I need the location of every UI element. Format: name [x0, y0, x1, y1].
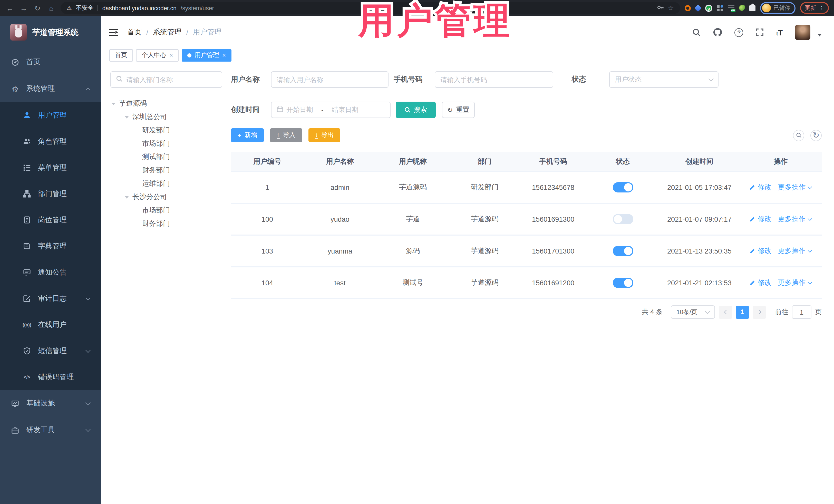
tree-node[interactable]: 深圳总公司: [110, 110, 222, 124]
extension-orange-icon[interactable]: [685, 5, 691, 11]
sidebar-item-dept-mgmt[interactable]: 部门管理: [0, 181, 101, 207]
address-bar[interactable]: ⚠ 不安全 dashboard.yudao.iocoder.cn /system…: [61, 2, 680, 14]
export-button[interactable]: ↓ 导出: [308, 128, 341, 142]
prev-page-button[interactable]: [719, 306, 732, 319]
security-label[interactable]: 不安全: [76, 4, 94, 12]
avatar-caret-icon[interactable]: [817, 34, 822, 36]
extension-gem-icon[interactable]: [695, 4, 702, 12]
status-toggle[interactable]: [613, 278, 633, 288]
sidebar-item-system[interactable]: ⚙ 系统管理: [0, 75, 101, 102]
sidebar-logo[interactable]: 芋道管理系统: [0, 16, 101, 49]
breadcrumb-home[interactable]: 首页: [127, 28, 142, 37]
page-1-button[interactable]: 1: [736, 306, 749, 319]
sidebar-item-sms-mgmt[interactable]: 短信管理: [0, 338, 101, 364]
sidebar-item-menu-mgmt[interactable]: 菜单管理: [0, 154, 101, 181]
sidebar-item-user-mgmt[interactable]: 用户管理: [0, 102, 101, 128]
modify-link[interactable]: 修改: [750, 215, 772, 224]
dept-search-box[interactable]: [110, 71, 222, 88]
more-actions-link[interactable]: 更多操作: [778, 183, 812, 192]
tree-node[interactable]: 市场部门: [110, 137, 222, 150]
sidebar-item-dict-mgmt[interactable]: 字典管理: [0, 233, 101, 259]
status-toggle[interactable]: [613, 246, 633, 256]
search-icon[interactable]: [693, 28, 701, 37]
date-start-placeholder[interactable]: 开始日期: [286, 105, 313, 114]
tree-node[interactable]: 市场部门: [110, 204, 222, 217]
fullscreen-icon[interactable]: [756, 28, 764, 37]
mobile-input[interactable]: [440, 76, 548, 83]
extension-leaf-icon[interactable]: [739, 5, 745, 11]
password-key-icon[interactable]: [657, 3, 664, 13]
extension-grid-icon[interactable]: [717, 5, 723, 11]
add-button[interactable]: + 新增: [231, 128, 264, 142]
collapse-sidebar-icon[interactable]: [109, 29, 118, 36]
url-path[interactable]: /system/user: [181, 5, 214, 11]
tab-user-mgmt[interactable]: 用户管理: [182, 49, 232, 61]
more-actions-link[interactable]: 更多操作: [778, 278, 812, 287]
extension-green-icon[interactable]: y: [705, 4, 712, 12]
tab-profile[interactable]: 个人中心: [136, 49, 179, 61]
goto-page-input[interactable]: [792, 305, 811, 319]
extensions-puzzle-icon[interactable]: [749, 5, 755, 11]
sidebar-item-online-users[interactable]: ((a)) 在线用户: [0, 311, 101, 338]
help-icon[interactable]: ?: [735, 28, 743, 37]
back-icon[interactable]: ←: [5, 4, 14, 12]
breadcrumb-current: 用户管理: [193, 28, 222, 37]
modify-link[interactable]: 修改: [750, 278, 772, 287]
more-actions-link[interactable]: 更多操作: [778, 215, 812, 224]
github-icon[interactable]: [713, 28, 722, 37]
toggle-search-icon[interactable]: [793, 130, 804, 141]
reset-button[interactable]: ↻ 重置: [442, 102, 475, 118]
more-actions-link[interactable]: 更多操作: [778, 246, 812, 256]
sidebar-item-error-code[interactable]: </> 错误码管理: [0, 364, 101, 390]
font-size-icon[interactable]: tT: [776, 28, 783, 36]
status-toggle[interactable]: [613, 182, 633, 193]
next-page-button[interactable]: [753, 306, 766, 319]
tree-node[interactable]: 运维部门: [110, 177, 222, 191]
reload-icon[interactable]: ↻: [33, 4, 42, 12]
sidebar-item-infrastructure[interactable]: 基础设施: [0, 390, 101, 417]
caret-down-icon[interactable]: [125, 196, 129, 198]
tree-node[interactable]: 芋道源码: [110, 97, 222, 110]
sidebar-item-audit-log[interactable]: 审计日志: [0, 285, 101, 311]
sidebar-item-role-mgmt[interactable]: 角色管理: [0, 128, 101, 154]
sidebar-item-home[interactable]: 首页: [0, 49, 101, 75]
tree-node[interactable]: 长沙分公司: [110, 191, 222, 204]
tab-home[interactable]: 首页: [109, 49, 133, 61]
tree-node[interactable]: 财务部门: [110, 217, 222, 231]
browser-profile-button[interactable]: 已暂停: [760, 2, 795, 14]
dept-search-input[interactable]: [126, 76, 217, 83]
date-end-placeholder[interactable]: 结束日期: [332, 105, 358, 114]
menu-list-icon: [23, 164, 31, 171]
tree-node[interactable]: 测试部门: [110, 150, 222, 164]
modify-link[interactable]: 修改: [750, 246, 772, 256]
extension-list-icon[interactable]: on: [728, 5, 734, 11]
mobile-field[interactable]: [435, 71, 553, 88]
refresh-table-icon[interactable]: ↻: [810, 130, 822, 141]
user-avatar[interactable]: [795, 25, 810, 40]
forward-icon[interactable]: →: [19, 4, 28, 12]
sidebar-item-dev-tools[interactable]: 研发工具: [0, 417, 101, 443]
page-size-select[interactable]: 10条/页: [671, 305, 715, 319]
status-toggle[interactable]: [613, 214, 633, 224]
status-select[interactable]: 用户状态: [609, 71, 719, 88]
bookmark-star-icon[interactable]: ☆: [668, 4, 674, 12]
home-icon[interactable]: ⌂: [47, 4, 56, 12]
breadcrumb-section[interactable]: 系统管理: [153, 28, 182, 37]
caret-down-icon[interactable]: [125, 116, 129, 118]
sidebar-item-post-mgmt[interactable]: 岗位管理: [0, 207, 101, 233]
username-input[interactable]: [277, 76, 383, 83]
import-button[interactable]: ↑ 导入: [270, 128, 302, 142]
sidebar-item-notice[interactable]: 通知公告: [0, 259, 101, 285]
caret-down-icon[interactable]: [111, 103, 115, 105]
date-range-field[interactable]: 开始日期 - 结束日期: [271, 102, 391, 118]
tree-node[interactable]: 财务部门: [110, 164, 222, 177]
url-host[interactable]: dashboard.yudao.iocoder.cn: [103, 5, 177, 11]
username-field[interactable]: [271, 71, 389, 88]
more-actions-label: 更多操作: [778, 246, 806, 256]
search-button[interactable]: 搜索: [396, 102, 436, 118]
close-icon[interactable]: [169, 51, 173, 59]
close-icon[interactable]: [222, 51, 226, 59]
tree-node[interactable]: 研发部门: [110, 124, 222, 137]
modify-link[interactable]: 修改: [750, 183, 772, 192]
browser-update-menu-button[interactable]: 更新 ⋮: [800, 2, 829, 14]
